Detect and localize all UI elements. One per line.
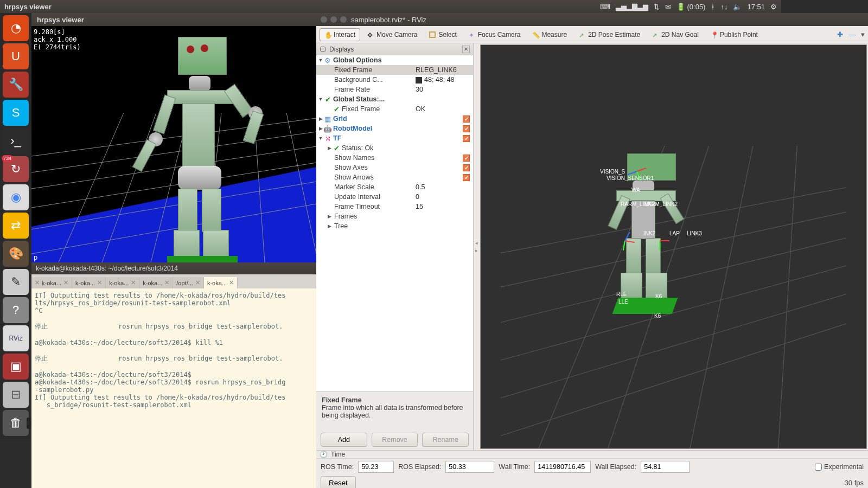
svg-line-22 — [690, 146, 753, 439]
indicator-graph-icon[interactable]: ▃▅▂▇▃▆ — [616, 3, 648, 11]
close-icon[interactable]: ✕ — [164, 279, 169, 286]
launcher-screenshot-icon[interactable]: ▣ — [3, 354, 29, 380]
gear-icon[interactable]: ⚙ — [770, 3, 777, 11]
minimize-icon[interactable] — [330, 16, 337, 23]
chevron-right-icon: ▸ — [475, 248, 478, 253]
grid-icon: ▦ — [324, 115, 331, 123]
select-button[interactable]: Select — [424, 28, 461, 41]
unity-launcher: ◔ U 🔧 S ›_ 734↻ ◉ ⇄ 🎨 ✎ ? RViz ▣ ⊟ 🗑 ゴミ箱 — [0, 13, 31, 439]
arrow-icon: ➚ — [652, 31, 659, 38]
terminal-tab[interactable]: k-oka...✕ — [204, 277, 238, 288]
svg-line-19 — [501, 324, 781, 436]
chevron-left-icon: ◂ — [475, 240, 478, 246]
hand-icon: ✋ — [324, 31, 331, 38]
checkbox[interactable]: ✔ — [463, 135, 470, 142]
move-icon: ✥ — [367, 31, 374, 38]
launcher-rviz-icon[interactable]: RViz — [3, 325, 29, 351]
terminal-tab[interactable]: k-oka...✕ — [139, 277, 173, 288]
focus-camera-button[interactable]: ✦Focus Camera — [464, 28, 526, 41]
measure-button[interactable]: 📏Measure — [527, 28, 572, 41]
checkbox[interactable]: ✔ — [463, 125, 470, 132]
top-menubar: hrpsys viewer ⌨ ▃▅▂▇▃▆ ⇅ ✉ 🔋(0:05) ᚼ ↑↓ … — [0, 0, 781, 13]
rviz-toolbar: ✋Interact ✥Move Camera Select ✦Focus Cam… — [316, 26, 781, 43]
remove-button[interactable]: Remove — [372, 433, 418, 439]
launcher-dash-icon[interactable]: ◔ — [3, 15, 29, 41]
publish-point-button[interactable]: 📍Publish Point — [706, 28, 763, 41]
close-icon[interactable]: ✕ — [97, 279, 102, 286]
menubar-title: hrpsys viewer — [4, 3, 52, 11]
pose-estimate-button[interactable]: ➚2D Pose Estimate — [574, 28, 645, 41]
splitter-handle[interactable]: ◂▸ — [474, 43, 479, 439]
updown-icon[interactable]: ↑↓ — [720, 3, 727, 11]
close-icon[interactable] — [321, 16, 327, 23]
rviz-3d-view[interactable]: VISION_S VISION_SENSOR1 WA RARM_LINK2 LA… — [480, 44, 781, 439]
move-camera-button[interactable]: ✥Move Camera — [362, 28, 422, 41]
battery-icon[interactable]: 🔋(0:05) — [676, 3, 705, 11]
displays-tree[interactable]: ▼⚙Global Options Fixed FrameRLEG_LINK6 B… — [316, 55, 473, 391]
displays-button-row: Add Remove Rename — [316, 429, 473, 439]
gear-icon: ⚙ — [324, 56, 331, 65]
displays-header[interactable]: 🖵 Displays ✕ — [316, 43, 473, 55]
launcher-help-icon[interactable]: ? — [3, 297, 29, 323]
description-box: Fixed Frame Frame into which all data is… — [316, 391, 473, 429]
window-controls — [321, 16, 347, 23]
terminal-window-title[interactable]: k-okada@kokada-t430s: ~/doc/lecture/soft… — [31, 262, 316, 274]
launcher-synaptic-icon[interactable]: ⇄ — [3, 213, 29, 239]
check-icon: ✔ — [324, 95, 331, 104]
hrpsys-window-title[interactable]: hrpsys viewer — [31, 13, 316, 26]
checkbox[interactable]: ✔ — [463, 115, 470, 123]
close-icon[interactable]: ✕ — [462, 46, 470, 53]
terminal-tabbar: ✕k-oka...✕ k-oka...✕ k-oka...✕ k-oka...✕… — [31, 274, 316, 288]
terminal-tab[interactable]: ✕k-oka...✕ — [31, 277, 72, 288]
checkbox[interactable]: ✔ — [463, 174, 470, 181]
checkbox[interactable]: ✔ — [463, 164, 470, 171]
launcher-ubuntuone-icon[interactable]: U — [3, 43, 29, 69]
rviz-window: ✋Interact ✥Move Camera Select ✦Focus Cam… — [316, 26, 781, 439]
check-icon: ✔ — [333, 105, 340, 113]
close-icon[interactable]: ✕ — [195, 279, 200, 286]
close-icon[interactable]: ✕ — [35, 279, 40, 286]
bluetooth-icon[interactable]: ᚼ — [711, 3, 715, 11]
interact-button[interactable]: ✋Interact — [320, 28, 360, 41]
maximize-icon[interactable] — [340, 16, 347, 23]
svg-line-23 — [778, 146, 781, 439]
launcher-settings-icon[interactable]: 🔧 — [3, 72, 29, 98]
add-button[interactable]: Add — [321, 433, 367, 439]
launcher-gimp-icon[interactable]: 🎨 — [3, 241, 29, 267]
mail-icon[interactable]: ✉ — [665, 3, 671, 11]
launcher-chromium-icon[interactable]: ◉ — [3, 184, 29, 210]
network-icon[interactable]: ⇅ — [654, 3, 660, 11]
hrpsys-3d-view[interactable]: 9.280[s] ack x 1.000 E( 2744tris) p — [31, 26, 316, 262]
volume-icon[interactable]: 🔈 — [733, 3, 742, 11]
checkbox[interactable]: ✔ — [463, 155, 470, 162]
keyboard-icon[interactable]: ⌨ — [600, 3, 610, 11]
robot-icon: 🤖 — [324, 125, 331, 133]
launcher-terminal-icon[interactable]: ›_ — [3, 128, 29, 154]
launcher-skype-icon[interactable]: S — [3, 100, 29, 126]
displays-panel: 🖵 Displays ✕ ▼⚙Global Options Fixed Fram… — [316, 43, 474, 439]
system-tray: ⌨ ▃▅▂▇▃▆ ⇅ ✉ 🔋(0:05) ᚼ ↑↓ 🔈 17:51 ⚙ — [600, 3, 777, 11]
terminal-tab[interactable]: /opt/...✕ — [173, 277, 204, 288]
launcher-gedit-icon[interactable]: ✎ — [3, 269, 29, 295]
terminal-tab[interactable]: k-oka...✕ — [106, 277, 139, 288]
close-icon[interactable]: ✕ — [229, 279, 234, 286]
select-icon — [429, 31, 436, 38]
clock[interactable]: 17:51 — [747, 3, 765, 11]
terminal-body[interactable]: IT] Outputting test results to /home/k-o… — [31, 288, 316, 439]
focus-icon: ✦ — [469, 31, 475, 38]
launcher-updates-icon[interactable]: 734↻ — [3, 156, 29, 182]
launcher-files-icon[interactable]: ⊟ — [3, 382, 29, 408]
close-icon[interactable]: ✕ — [63, 279, 68, 286]
rename-button[interactable]: Rename — [422, 433, 469, 439]
rviz-window-title[interactable]: samplerobot.rviz* - RViz — [316, 13, 781, 26]
ruler-icon: 📏 — [532, 31, 539, 38]
close-icon[interactable]: ✕ — [131, 279, 136, 286]
nav-goal-button[interactable]: ➚2D Nav Goal — [647, 28, 704, 41]
hrpsys-overlay-p: p — [34, 254, 37, 261]
tf-icon: ⤭ — [324, 134, 331, 143]
hrpsys-grid-icon — [31, 26, 316, 262]
pin-icon: 📍 — [711, 31, 717, 38]
terminal-tab[interactable]: k-oka...✕ — [72, 277, 106, 288]
launcher-trash-icon[interactable]: 🗑 ゴミ箱 — [3, 410, 29, 436]
arrow-icon: ➚ — [579, 31, 585, 38]
